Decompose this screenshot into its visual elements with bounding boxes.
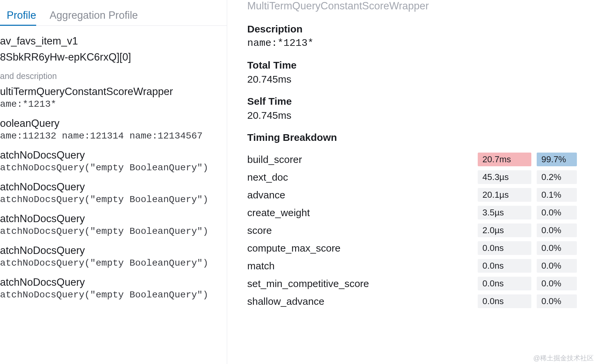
breakdown-time: 20.7ms — [478, 153, 531, 166]
right-panel: MultiTermQueryConstantScoreWrapper Descr… — [227, 0, 597, 364]
column-header: and description — [0, 71, 227, 81]
main-container: Profile Aggregation Profile av_favs_item… — [0, 0, 597, 364]
query-item[interactable]: atchNoDocsQueryatchNoDocsQuery("empty Bo… — [0, 149, 227, 173]
breakdown-row: set_min_competitive_score0.0ns0.0% — [247, 277, 577, 290]
breakdown-percent: 0.0% — [537, 294, 577, 308]
query-item[interactable]: atchNoDocsQueryatchNoDocsQuery("empty Bo… — [0, 276, 227, 300]
breakdown-time: 0.0ns — [478, 241, 531, 255]
breakdown-name: match — [247, 260, 478, 272]
query-type: atchNoDocsQuery — [0, 276, 227, 288]
breakdown-name: shallow_advance — [247, 296, 478, 307]
breakdown-time: 45.3µs — [478, 170, 531, 184]
breakdown-name: create_weight — [247, 207, 478, 218]
detail-query-type: MultiTermQueryConstantScoreWrapper — [247, 0, 577, 12]
query-type: atchNoDocsQuery — [0, 213, 227, 225]
query-type: atchNoDocsQuery — [0, 149, 227, 161]
breakdown-time: 0.0ns — [478, 294, 531, 308]
query-item[interactable]: atchNoDocsQueryatchNoDocsQuery("empty Bo… — [0, 245, 227, 268]
timing-breakdown-table: build_scorer20.7ms99.7%next_doc45.3µs0.2… — [247, 153, 577, 308]
description-value: name:*1213* — [247, 37, 577, 49]
breakdown-row: create_weight3.5µs0.0% — [247, 206, 577, 219]
query-description: atchNoDocsQuery("empty BooleanQuery") — [0, 290, 227, 300]
breakdown-row: shallow_advance0.0ns0.0% — [247, 294, 577, 308]
query-description: atchNoDocsQuery("empty BooleanQuery") — [0, 163, 227, 173]
left-panel: Profile Aggregation Profile av_favs_item… — [0, 0, 227, 364]
self-time-value: 20.745ms — [247, 110, 577, 121]
breakdown-percent: 0.0% — [537, 223, 577, 237]
breakdown-percent: 0.0% — [537, 241, 577, 255]
watermark: @稀土掘金技术社区 — [533, 354, 594, 363]
breakdown-name: score — [247, 225, 478, 236]
query-type: ultiTermQueryConstantScoreWrapper — [0, 86, 227, 98]
query-item[interactable]: ultiTermQueryConstantScoreWrapperame:*12… — [0, 86, 227, 109]
breakdown-row: score2.0µs0.0% — [247, 223, 577, 237]
breakdown-row: build_scorer20.7ms99.7% — [247, 153, 577, 166]
timing-breakdown-label: Timing Breakdown — [247, 132, 577, 143]
breakdown-time: 0.0ns — [478, 259, 531, 273]
breakdown-percent: 0.0% — [537, 206, 577, 219]
breakdown-name: compute_max_score — [247, 243, 478, 254]
query-description: atchNoDocsQuery("empty BooleanQuery") — [0, 258, 227, 268]
left-content: av_favs_item_v1 8SbkRR6yHw-epKC6rxQ][0] … — [0, 26, 227, 308]
breakdown-row: match0.0ns0.0% — [247, 259, 577, 273]
tab-profile[interactable]: Profile — [0, 5, 43, 25]
breakdown-name: advance — [247, 189, 478, 201]
query-item[interactable]: atchNoDocsQueryatchNoDocsQuery("empty Bo… — [0, 213, 227, 237]
index-name: av_favs_item_v1 — [0, 35, 227, 47]
query-description: ame:*1213* — [0, 99, 227, 109]
breakdown-name: next_doc — [247, 172, 478, 183]
query-type: ooleanQuery — [0, 117, 227, 129]
query-description: atchNoDocsQuery("empty BooleanQuery") — [0, 226, 227, 237]
breakdown-percent: 99.7% — [537, 153, 577, 166]
breakdown-percent: 0.1% — [537, 188, 577, 202]
breakdown-row: compute_max_score0.0ns0.0% — [247, 241, 577, 255]
breakdown-time: 2.0µs — [478, 223, 531, 237]
query-list: ultiTermQueryConstantScoreWrapperame:*12… — [0, 86, 227, 300]
tabs: Profile Aggregation Profile — [0, 0, 227, 26]
query-type: atchNoDocsQuery — [0, 245, 227, 257]
breakdown-row: advance20.1µs0.1% — [247, 188, 577, 202]
tab-aggregation-profile[interactable]: Aggregation Profile — [43, 5, 145, 25]
breakdown-percent: 0.2% — [537, 170, 577, 184]
query-type: atchNoDocsQuery — [0, 181, 227, 193]
breakdown-row: next_doc45.3µs0.2% — [247, 170, 577, 184]
query-item[interactable]: atchNoDocsQueryatchNoDocsQuery("empty Bo… — [0, 181, 227, 205]
query-description: ame:112132 name:121314 name:12134567 — [0, 131, 227, 141]
query-item[interactable]: ooleanQueryame:112132 name:121314 name:1… — [0, 117, 227, 141]
total-time-value: 20.745ms — [247, 74, 577, 85]
query-description: atchNoDocsQuery("empty BooleanQuery") — [0, 194, 227, 205]
shard-id: 8SbkRR6yHw-epKC6rxQ][0] — [0, 51, 227, 63]
breakdown-name: build_scorer — [247, 154, 478, 165]
breakdown-time: 20.1µs — [478, 188, 531, 202]
breakdown-time: 0.0ns — [478, 277, 531, 290]
breakdown-percent: 0.0% — [537, 277, 577, 290]
breakdown-percent: 0.0% — [537, 259, 577, 273]
self-time-label: Self Time — [247, 96, 577, 107]
breakdown-time: 3.5µs — [478, 206, 531, 219]
description-label: Description — [247, 23, 577, 35]
total-time-label: Total Time — [247, 60, 577, 71]
breakdown-name: set_min_competitive_score — [247, 278, 478, 289]
